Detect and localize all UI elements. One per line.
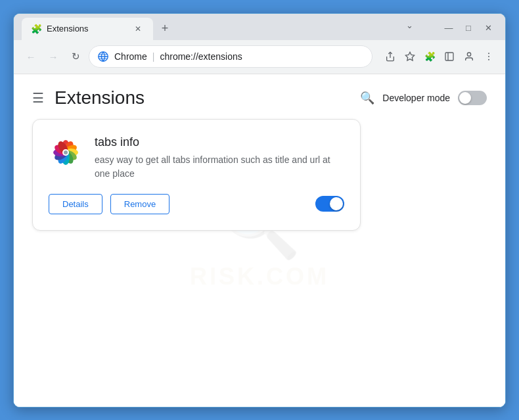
svg-point-10 [488, 56, 489, 57]
extension-toggle-knob [330, 197, 343, 210]
extension-card-top: tabs info easy way to get all tabs infor… [49, 135, 344, 181]
back-button[interactable]: ← [22, 47, 40, 66]
extension-cards-container: tabs info easy way to get all tabs infor… [14, 119, 505, 231]
extensions-header-left: ☰ Extensions [32, 87, 145, 108]
tab-extension-icon: 🧩 [31, 24, 41, 34]
tab-close-button[interactable]: ✕ [132, 23, 144, 35]
remove-button[interactable]: Remove [110, 194, 169, 214]
extensions-header: ☰ Extensions 🔍 Developer mode [14, 74, 505, 119]
extensions-icon[interactable]: 🧩 [421, 48, 438, 65]
extensions-page-title: Extensions [55, 87, 145, 108]
extension-icon-wrapper [49, 135, 83, 170]
reload-button[interactable]: ↻ [66, 47, 85, 66]
window-controls: — □ ✕ [440, 19, 497, 37]
address-separator: | [152, 51, 155, 62]
developer-mode-label: Developer mode [382, 93, 450, 103]
hamburger-menu-icon[interactable]: ☰ [32, 90, 44, 106]
svg-marker-5 [405, 52, 414, 60]
tab-title: Extensions [47, 24, 127, 34]
browser-window: 🧩 Extensions ✕ + ⌄ — □ ✕ ← → ↻ [13, 13, 506, 408]
chrome-globe-icon [97, 51, 109, 62]
details-button[interactable]: Details [49, 194, 102, 214]
extension-name: tabs info [95, 135, 344, 149]
address-bar-icons: 🧩 [382, 48, 497, 65]
title-bar: 🧩 Extensions ✕ + ⌄ — □ ✕ [14, 14, 505, 40]
extension-enable-toggle[interactable] [315, 196, 344, 212]
address-bar: ← → ↻ Chrome | chrome://extensions [14, 40, 505, 74]
back-icon: ← [26, 51, 36, 62]
extension-info: tabs info easy way to get all tabs infor… [95, 135, 344, 181]
watermark-text: RISK.COM [190, 263, 329, 291]
forward-icon: → [49, 51, 58, 62]
extensions-search-icon[interactable]: 🔍 [360, 91, 374, 105]
extensions-page: 🔍 RISK.COM ☰ Extensions 🔍 Developer mode [14, 74, 505, 407]
extension-description: easy way to get all tabs information suc… [95, 153, 344, 181]
sidebar-toggle-icon[interactable] [441, 48, 458, 65]
extensions-header-right: 🔍 Developer mode [360, 91, 487, 105]
menu-button[interactable] [480, 48, 497, 65]
developer-mode-toggle[interactable] [458, 91, 487, 105]
close-button[interactable]: ✕ [479, 19, 497, 37]
tab-dropdown-icon[interactable]: ⌄ [406, 20, 413, 30]
svg-point-8 [467, 53, 470, 56]
extension-icon [49, 135, 83, 170]
minimize-button[interactable]: — [440, 19, 458, 37]
svg-rect-6 [445, 53, 453, 60]
content-area: 🔍 RISK.COM ☰ Extensions 🔍 Developer mode [14, 74, 505, 407]
svg-point-9 [488, 53, 489, 54]
forward-button[interactable]: → [44, 47, 62, 66]
new-tab-button[interactable]: + [156, 20, 174, 38]
extension-card: tabs info easy way to get all tabs infor… [32, 119, 361, 231]
extension-card-bottom: Details Remove [49, 194, 344, 214]
svg-point-11 [488, 59, 489, 60]
bookmark-icon[interactable] [401, 48, 418, 65]
address-brand: Chrome [114, 51, 147, 62]
reload-icon: ↻ [72, 51, 80, 62]
maximize-button[interactable]: □ [459, 19, 478, 37]
active-tab[interactable]: 🧩 Extensions ✕ [22, 18, 153, 40]
toggle-knob [459, 92, 471, 104]
address-url: chrome://extensions [160, 51, 364, 62]
share-icon[interactable] [382, 48, 399, 65]
address-input[interactable]: Chrome | chrome://extensions [89, 45, 372, 68]
svg-point-25 [64, 151, 68, 154]
profile-icon[interactable] [461, 48, 478, 65]
